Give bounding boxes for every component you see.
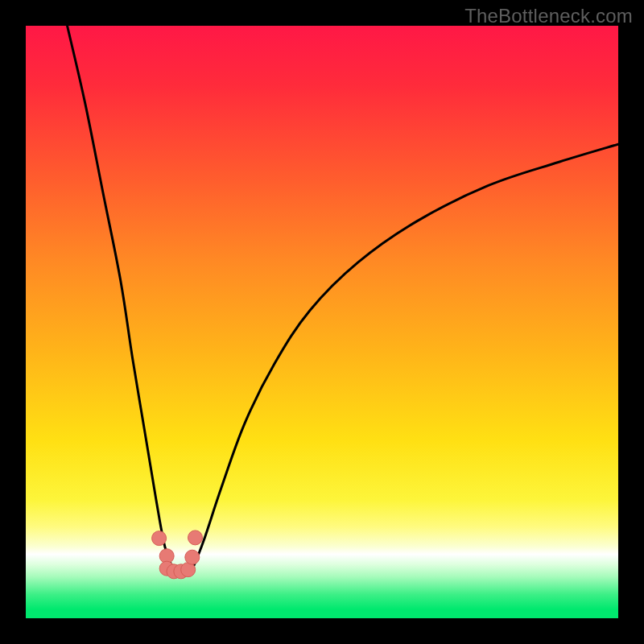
valley-marker-dot <box>185 550 200 564</box>
watermark-text: TheBottleneck.com <box>464 5 633 27</box>
valley-marker-dot <box>188 530 202 545</box>
chart-frame: TheBottleneck.com <box>0 0 644 644</box>
bottleneck-curve-right <box>192 144 618 571</box>
plot-area <box>26 26 618 618</box>
valley-marker-dot <box>152 531 167 546</box>
bottleneck-curve-left <box>68 26 174 571</box>
valley-markers <box>152 530 203 579</box>
curve-layer <box>26 26 618 618</box>
